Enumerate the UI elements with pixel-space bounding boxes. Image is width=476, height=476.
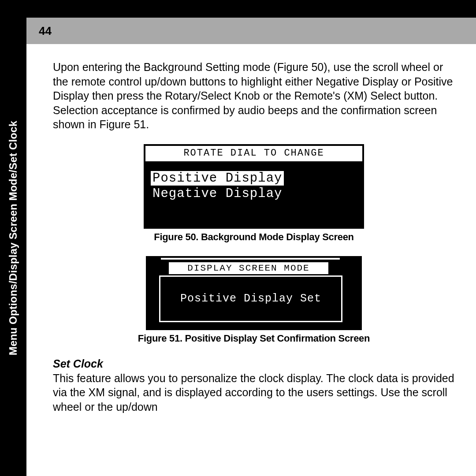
- option-positive-display: Positive Display: [151, 171, 284, 186]
- paragraph-intro: Upon entering the Background Setting mod…: [53, 60, 455, 132]
- option-negative-display: Negative Display: [151, 186, 284, 201]
- device-screen-51: DISPLAY SCREEN MODE Positive Display Set: [146, 256, 362, 330]
- sidebar-tab: Menu Options/Display Screen Mode/Set Clo…: [0, 0, 26, 476]
- page-header: 44: [26, 18, 476, 44]
- screen51-inner: Positive Display Set: [159, 275, 342, 322]
- screen50-header: ROTATE DIAL TO CHANGE: [145, 146, 362, 163]
- figure-51-caption: Figure 51. Positive Display Set Confirma…: [53, 333, 455, 344]
- figure-50-caption: Figure 50. Background Mode Display Scree…: [53, 231, 455, 243]
- screen51-header: DISPLAY SCREEN MODE: [168, 261, 329, 275]
- figure-50: ROTATE DIAL TO CHANGE Positive Display N…: [53, 144, 455, 243]
- page-content: Upon entering the Background Setting mod…: [26, 44, 476, 476]
- paragraph-set-clock: This feature allows you to personalize t…: [53, 371, 455, 414]
- screen51-top-slit: [161, 258, 340, 260]
- sidebar-title: Menu Options/Display Screen Mode/Set Clo…: [7, 121, 19, 356]
- section-heading-set-clock: Set Clock: [53, 357, 455, 370]
- page-number: 44: [39, 24, 52, 38]
- screen51-body-text: Positive Display Set: [180, 292, 321, 305]
- figure-51: DISPLAY SCREEN MODE Positive Display Set…: [53, 256, 455, 344]
- screen50-body: Positive Display Negative Display: [145, 163, 362, 212]
- device-screen-50: ROTATE DIAL TO CHANGE Positive Display N…: [144, 144, 364, 229]
